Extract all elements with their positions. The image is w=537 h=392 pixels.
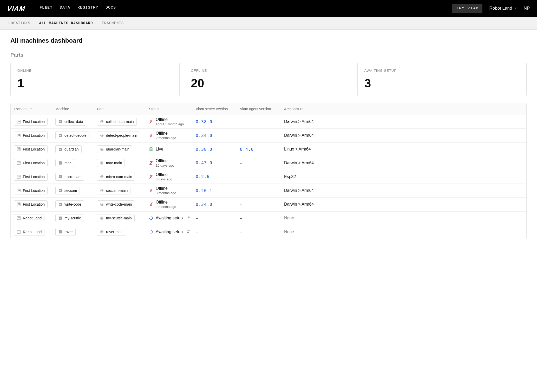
parts-table: Location Machine Part Status Viam server… — [10, 103, 527, 239]
card-online: ONLINE 1 — [10, 63, 180, 96]
nav-docs[interactable]: DOCS — [106, 5, 116, 11]
agent-version: – — [240, 120, 242, 124]
th-architecture[interactable]: Architecture — [284, 107, 523, 111]
location-pill[interactable]: First Location — [14, 173, 48, 181]
location-pill[interactable]: Robot Land — [14, 228, 44, 236]
card-offline-value: 20 — [191, 77, 346, 89]
machine-icon — [58, 188, 62, 193]
location-pill[interactable]: First Location — [14, 200, 48, 208]
part-name: collect-data-main — [106, 120, 134, 124]
nav-divider — [33, 4, 33, 12]
status-text: Live — [156, 147, 163, 152]
awaiting-status-icon — [149, 216, 153, 220]
th-agent-version[interactable]: Viam agent version — [240, 107, 284, 111]
status-text: Offline — [156, 200, 176, 205]
logo[interactable]: VIAM — [7, 4, 26, 12]
part-name: my-scuttle-main — [106, 216, 132, 220]
nav-data[interactable]: DATA — [60, 5, 70, 11]
machine-pill[interactable]: detect-people — [55, 132, 89, 139]
part-pill[interactable]: my-scuttle-main — [97, 214, 135, 222]
live-status-icon — [149, 147, 153, 151]
location-pill[interactable]: First Location — [14, 118, 48, 126]
part-name: micro-cam-main — [106, 175, 132, 179]
try-viam-button[interactable]: TRY VIAM — [452, 4, 482, 13]
location-pill[interactable]: First Location — [14, 159, 48, 167]
server-version-link[interactable]: 0.2.6 — [196, 174, 209, 179]
architecture: Darwin > Arm64 — [284, 133, 314, 138]
architecture: None — [284, 230, 294, 234]
server-version-link[interactable]: 0.43.0 — [196, 160, 212, 165]
card-offline-label: OFFLINE — [191, 69, 346, 73]
machine-pill[interactable]: micro-cam — [55, 173, 84, 181]
location-pill[interactable]: Robot Land — [14, 214, 44, 222]
status-text: Offline — [156, 117, 184, 122]
th-location[interactable]: Location — [14, 107, 55, 111]
part-icon — [100, 230, 104, 234]
subnav-fragments[interactable]: FRAGMENTS — [102, 21, 124, 25]
nav-fleet[interactable]: FLEET — [40, 5, 53, 11]
server-version-link[interactable]: 0.38.0 — [196, 119, 212, 124]
machine-pill[interactable]: guardian — [55, 145, 82, 153]
th-part[interactable]: Part — [97, 107, 149, 111]
machine-pill[interactable]: mac — [55, 159, 74, 167]
machine-icon — [58, 230, 62, 234]
machine-icon — [58, 147, 62, 151]
location-name: First Location — [23, 147, 45, 151]
machine-pill[interactable]: my-scuttle — [55, 214, 84, 222]
card-online-label: ONLINE — [17, 69, 173, 73]
machine-pill[interactable]: seccam — [55, 187, 80, 194]
status-text: Offline — [156, 158, 174, 164]
th-machine[interactable]: Machine — [55, 107, 97, 111]
main-nav: FLEET DATA REGISTRY DOCS — [40, 5, 116, 11]
part-pill[interactable]: mac-main — [97, 159, 125, 167]
part-name: mac-main — [106, 161, 122, 165]
machine-name: write-code — [64, 202, 81, 206]
agent-version-link[interactable]: 0.4.0 — [240, 147, 254, 152]
agent-version: – — [240, 188, 242, 193]
machine-name: rover — [64, 230, 73, 234]
part-pill[interactable]: guardian-main — [97, 145, 132, 153]
location-pill[interactable]: First Location — [14, 132, 48, 139]
status-text: Awaiting setup — [156, 230, 183, 234]
location-pill[interactable]: First Location — [14, 187, 48, 194]
subnav-locations[interactable]: LOCATIONS — [8, 21, 30, 25]
server-version-link[interactable]: 0.34.0 — [196, 133, 212, 138]
server-version-link[interactable]: 0.38.0 — [196, 147, 212, 152]
status-subtext: 2 months ago — [156, 136, 176, 140]
card-awaiting-label: AWAITING SETUP — [364, 69, 520, 73]
org-selector[interactable]: Robot Land — [489, 6, 517, 11]
machine-name: my-scuttle — [64, 216, 81, 220]
machine-pill[interactable]: rover — [55, 228, 76, 236]
user-avatar[interactable]: NP — [523, 6, 530, 11]
external-link-icon[interactable] — [186, 230, 190, 234]
building-icon — [17, 216, 21, 220]
machine-icon — [58, 161, 62, 165]
status-text: Offline — [156, 131, 176, 136]
location-name: Robot Land — [23, 230, 42, 234]
part-pill[interactable]: seccam-main — [97, 187, 130, 194]
part-name: seccam-main — [106, 188, 128, 193]
th-status[interactable]: Status — [149, 107, 196, 111]
machine-name: detect-people — [64, 133, 87, 138]
part-pill[interactable]: detect-people-main — [97, 132, 140, 139]
machine-name: mac — [64, 161, 71, 165]
server-version-link[interactable]: 0.20.1 — [196, 188, 212, 193]
subnav-all-machines[interactable]: ALL MACHINES DASHBOARD — [39, 21, 93, 25]
machine-pill[interactable]: write-code — [55, 200, 84, 208]
agent-version: – — [240, 175, 242, 179]
building-icon — [17, 147, 21, 151]
part-pill[interactable]: rover-main — [97, 228, 126, 236]
part-icon — [100, 202, 104, 206]
part-pill[interactable]: write-code-main — [97, 200, 135, 208]
nav-registry[interactable]: REGISTRY — [77, 5, 98, 11]
part-pill[interactable]: collect-data-main — [97, 118, 137, 126]
machine-pill[interactable]: collect-data — [55, 118, 86, 126]
location-pill[interactable]: First Location — [14, 145, 48, 153]
table-row: First Location write-code write-code-mai… — [11, 198, 526, 211]
architecture: Esp32 — [284, 174, 296, 179]
part-pill[interactable]: micro-cam-main — [97, 173, 135, 181]
card-awaiting: AWAITING SETUP 3 — [357, 63, 527, 96]
external-link-icon[interactable] — [186, 216, 190, 220]
server-version-link[interactable]: 0.34.0 — [196, 202, 212, 207]
th-server-version[interactable]: Viam server version — [196, 107, 240, 111]
